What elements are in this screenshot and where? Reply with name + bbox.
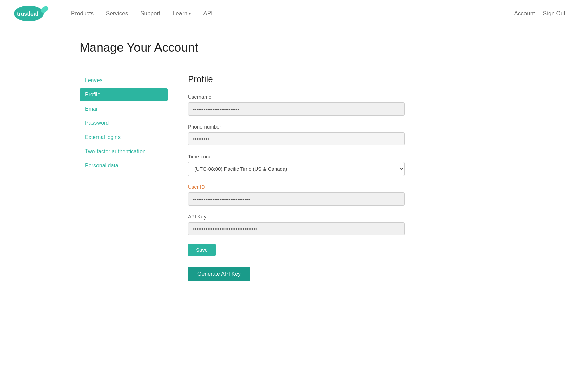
profile-title: Profile [188,74,405,85]
username-label: Username [188,94,405,100]
phone-input[interactable] [188,132,405,145]
timezone-group: Time zone (UTC-12:00) International Date… [188,154,405,176]
timezone-select[interactable]: (UTC-12:00) International Date Line West… [188,162,405,176]
nav-products[interactable]: Products [71,10,94,17]
nav-api[interactable]: API [203,10,212,17]
phone-group: Phone number [188,124,405,145]
generate-api-key-button[interactable]: Generate API Key [188,267,250,281]
content-layout: Leaves Profile Email Password External l… [80,74,499,281]
userid-group: User ID [188,184,405,206]
svg-text:trustleaf: trustleaf [17,11,39,17]
sidebar-item-email[interactable]: Email [80,102,168,115]
userid-input[interactable] [188,192,405,206]
sidebar: Leaves Profile Email Password External l… [80,74,168,281]
sidebar-item-leaves[interactable]: Leaves [80,74,168,87]
page-divider [80,62,499,62]
sidebar-item-profile[interactable]: Profile [80,88,168,101]
sidebar-item-personal-data[interactable]: Personal data [80,159,168,172]
nav-support[interactable]: Support [140,10,160,17]
nav-learn[interactable]: Learn ▾ [173,10,191,17]
nav-right: Account Sign Out [514,10,565,17]
nav-services[interactable]: Services [106,10,128,17]
page-title: Manage Your Account [80,41,499,55]
navbar: trustleaf Products Services Support Lear… [0,0,579,27]
action-buttons: Save Generate API Key [188,244,405,281]
apikey-input[interactable] [188,222,405,235]
phone-label: Phone number [188,124,405,130]
userid-label: User ID [188,184,405,190]
username-input[interactable] [188,102,405,116]
apikey-label: API Key [188,214,405,220]
username-group: Username [188,94,405,116]
logo[interactable]: trustleaf [14,5,51,22]
sidebar-item-password[interactable]: Password [80,117,168,130]
nav-signout[interactable]: Sign Out [543,10,565,17]
chevron-down-icon: ▾ [189,11,191,16]
sidebar-item-two-factor[interactable]: Two-factor authentication [80,145,168,158]
sidebar-item-external-logins[interactable]: External logins [80,131,168,144]
nav-links: Products Services Support Learn ▾ API [71,10,514,17]
nav-account[interactable]: Account [514,10,535,17]
apikey-group: API Key [188,214,405,235]
timezone-label: Time zone [188,154,405,159]
save-button[interactable]: Save [188,244,216,256]
page-container: Manage Your Account Leaves Profile Email… [66,27,513,295]
profile-section: Profile Username Phone number Time zone … [188,74,405,281]
